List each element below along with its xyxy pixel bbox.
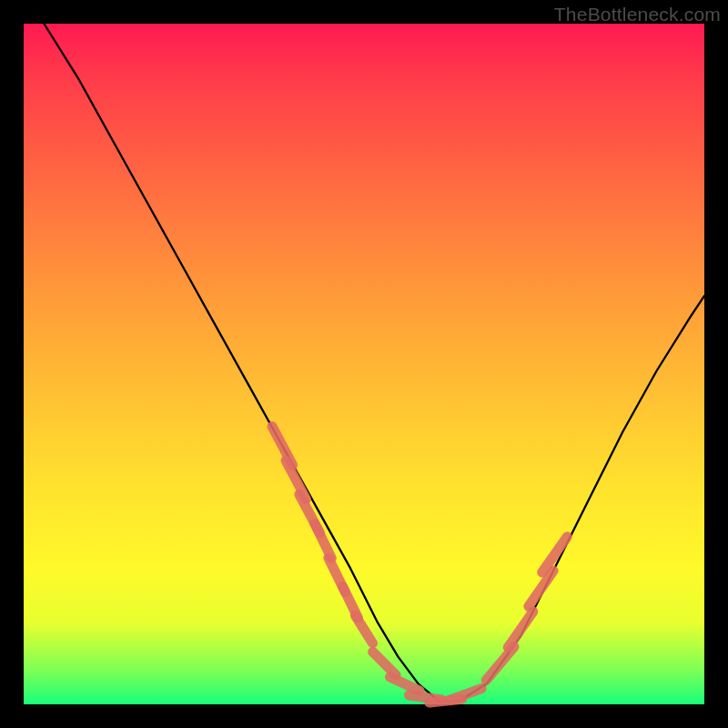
svg-line-7 (373, 652, 396, 674)
chart-frame: TheBottleneck.com (0, 0, 728, 728)
bottleneck-curve (44, 24, 704, 701)
highlight-dashes (272, 427, 567, 703)
svg-line-6 (356, 616, 373, 643)
plot-area (24, 24, 704, 704)
svg-line-13 (508, 612, 533, 647)
watermark-text: TheBottleneck.com (554, 4, 721, 25)
chart-svg (24, 24, 704, 704)
svg-line-11 (450, 689, 481, 700)
